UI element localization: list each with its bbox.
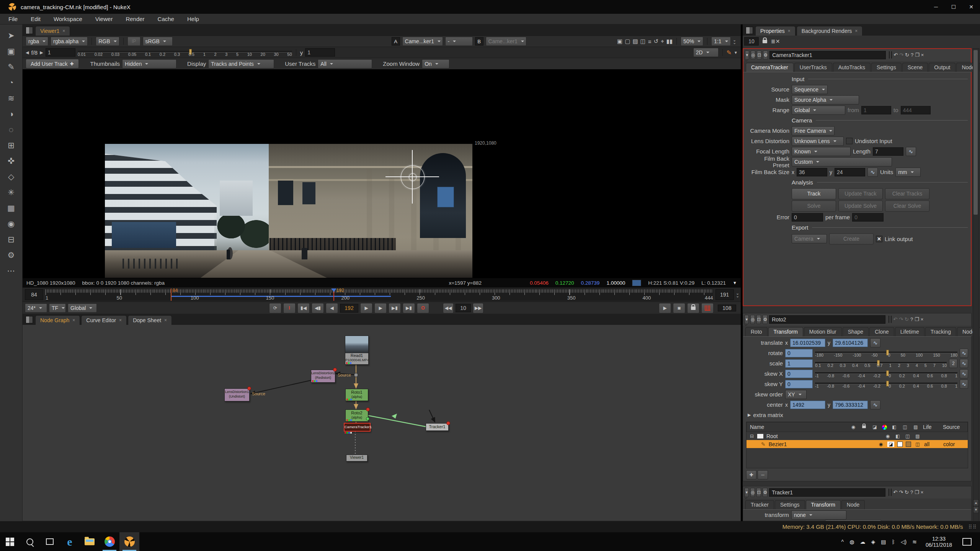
curve-icon[interactable]: ∿ xyxy=(960,359,968,368)
eye-icon[interactable]: ◉ xyxy=(877,442,884,447)
tab-close-icon[interactable]: × xyxy=(855,28,858,34)
tab-dope-sheet[interactable]: Dope Sheet × xyxy=(128,315,172,325)
tab-clone[interactable]: Clone xyxy=(869,327,894,336)
chrome-button[interactable] xyxy=(100,532,119,551)
collapse-panel-icon[interactable]: ▼ xyxy=(745,488,749,497)
blend-icon[interactable]: ◧ xyxy=(894,434,901,439)
mask-overlay-icon[interactable]: ▢ xyxy=(625,38,630,45)
node-name-input[interactable]: CameraTracker1 xyxy=(769,51,886,59)
solve-button[interactable]: Solve xyxy=(792,201,836,212)
center-x-input[interactable]: 1492 xyxy=(790,401,825,409)
wrench-icon[interactable]: ⚙ xyxy=(763,51,768,60)
display-dropdown[interactable]: Tracks and Points xyxy=(208,59,274,68)
buffer-a-source-dropdown[interactable]: Came...ker1 xyxy=(402,37,443,46)
range-to-input[interactable]: 444 xyxy=(901,106,931,114)
filmback-preset-dropdown[interactable]: Custom xyxy=(792,157,892,166)
menu-render[interactable]: Render xyxy=(126,16,144,22)
add-shape-button[interactable]: ✚ xyxy=(746,470,756,479)
float-panel-icon[interactable]: ❐ xyxy=(915,489,919,495)
eye-icon[interactable]: ◉ xyxy=(884,434,891,439)
thumbnails-dropdown[interactable]: Hidden xyxy=(122,59,176,68)
zoom-level-dropdown[interactable]: 50% xyxy=(681,37,703,46)
range-end-input[interactable]: 191 xyxy=(715,289,734,300)
node-roto2[interactable]: Roto2 (alpha) xyxy=(345,409,368,422)
center-node-icon[interactable]: ◎ xyxy=(750,315,755,324)
scrollbar-thumb[interactable] xyxy=(973,50,978,215)
range-from-input[interactable]: 1 xyxy=(861,106,891,114)
color-chip[interactable] xyxy=(897,442,903,447)
scale-uniform-button[interactable]: 2 xyxy=(949,359,957,368)
eye-icon[interactable]: ◉ xyxy=(850,424,857,430)
action-center-icon[interactable] xyxy=(962,538,972,546)
start-button[interactable] xyxy=(0,532,20,551)
translate-x-input[interactable]: 16.0102539 xyxy=(790,339,825,347)
translate-y-input[interactable]: 29.6104126 xyxy=(833,339,868,347)
export-type-dropdown[interactable]: Camera xyxy=(792,234,827,243)
toolbar-particles-icon[interactable]: ✳ xyxy=(8,188,15,197)
playhead-triangle[interactable] xyxy=(331,289,336,295)
tab-close-icon[interactable]: × xyxy=(119,318,122,323)
wrench-icon[interactable]: ⚙ xyxy=(763,315,768,324)
user-tracks-dropdown[interactable]: All xyxy=(318,59,372,68)
redo-icon[interactable]: ↷ xyxy=(899,52,903,58)
node-tracker1[interactable]: Tracker1 xyxy=(426,423,449,431)
lock-icon[interactable] xyxy=(861,424,867,430)
timeline-mode-dropdown[interactable]: TF xyxy=(49,303,66,313)
next-stop-icon[interactable]: ▶ xyxy=(40,50,43,55)
fps-dropdown[interactable]: 24* xyxy=(25,303,47,313)
tab-close-icon[interactable]: × xyxy=(788,28,791,34)
pane-menu-icon[interactable] xyxy=(26,316,33,323)
menu-workspace[interactable]: Workspace xyxy=(54,16,82,22)
timeline-collapse-icon[interactable]: ⌄⌄ xyxy=(736,288,739,302)
input-process-button[interactable]: IP xyxy=(127,37,140,46)
colorwheel-icon[interactable] xyxy=(882,425,887,430)
curve-icon[interactable]: ∿ xyxy=(960,349,968,358)
task-view-button[interactable] xyxy=(40,532,60,551)
pane-menu-icon[interactable] xyxy=(746,27,753,34)
revert-icon[interactable]: ↻ xyxy=(905,52,909,58)
node-viewer1[interactable]: Viewer1 xyxy=(346,455,368,461)
node-color-swatch[interactable] xyxy=(889,489,889,496)
clone-icon[interactable]: ◫ xyxy=(904,434,911,439)
render-progress-button[interactable] xyxy=(701,303,714,313)
skew-order-dropdown[interactable]: XY xyxy=(785,390,807,399)
scale-slider[interactable]: 0.10.20.30.40.50.712345710 xyxy=(815,359,947,368)
step-back-button[interactable]: ◀ xyxy=(326,303,338,313)
bluetooth-icon[interactable]: ᛒ xyxy=(892,539,895,545)
gl-color-swatch[interactable] xyxy=(891,51,892,59)
center-node-icon[interactable]: ◎ xyxy=(750,488,755,497)
roi-icon[interactable]: ⌖ xyxy=(661,38,664,45)
tree-expander[interactable]: ⊟ xyxy=(750,434,754,439)
undo-icon[interactable]: ↶ xyxy=(893,52,898,58)
search-button[interactable] xyxy=(20,532,40,551)
clone-icon[interactable]: ◫ xyxy=(902,424,908,430)
curve-icon[interactable]: ∿ xyxy=(870,400,880,409)
jump-back-button[interactable]: ◀◀ xyxy=(443,303,454,313)
network-icon[interactable]: ≋ xyxy=(912,539,917,545)
undo-icon[interactable]: ↶ xyxy=(893,316,897,322)
buffer-a-button[interactable]: A xyxy=(392,37,400,46)
clone-icon[interactable]: ◫ xyxy=(914,442,921,447)
tab-motion-blur[interactable]: Motion Blur xyxy=(804,327,842,336)
shape-row-root[interactable]: ⊟ Root ◉ ◧ ◫ ▨ xyxy=(746,432,968,440)
tab-autotracks[interactable]: AutoTracks xyxy=(833,63,871,72)
close-panel-icon[interactable]: × xyxy=(921,52,924,58)
refresh-icon[interactable]: ↺ xyxy=(654,38,659,45)
curve-icon[interactable]: ∿ xyxy=(906,147,916,156)
curve-icon[interactable]: ∿ xyxy=(870,338,880,347)
node-lensdistortion-redistort[interactable]: LensDistortion2 (Redistort) xyxy=(311,370,335,383)
toolbar-filter-icon[interactable]: ◌ xyxy=(9,126,13,134)
revert-icon[interactable]: ↻ xyxy=(905,316,909,322)
collapse-toolbar-icon[interactable]: ⌄⌄ xyxy=(733,39,736,44)
menu-edit[interactable]: Edit xyxy=(31,16,41,22)
step-forward-button[interactable]: ▶ xyxy=(374,303,387,313)
length-input[interactable]: 7 xyxy=(873,147,903,156)
tab-roto[interactable]: Roto xyxy=(745,327,768,336)
tab-tracker[interactable]: Tracker xyxy=(745,500,774,509)
tab-settings[interactable]: Settings xyxy=(871,63,902,72)
wipe-icon[interactable]: ▨ xyxy=(632,38,638,45)
guides-icon[interactable]: ≡ xyxy=(648,38,652,45)
tab-cameratracker[interactable]: CameraTracker xyxy=(746,63,794,72)
buffer-b-source-dropdown[interactable]: Came...ker1 xyxy=(486,37,526,46)
tab-output[interactable]: Output xyxy=(929,63,956,72)
